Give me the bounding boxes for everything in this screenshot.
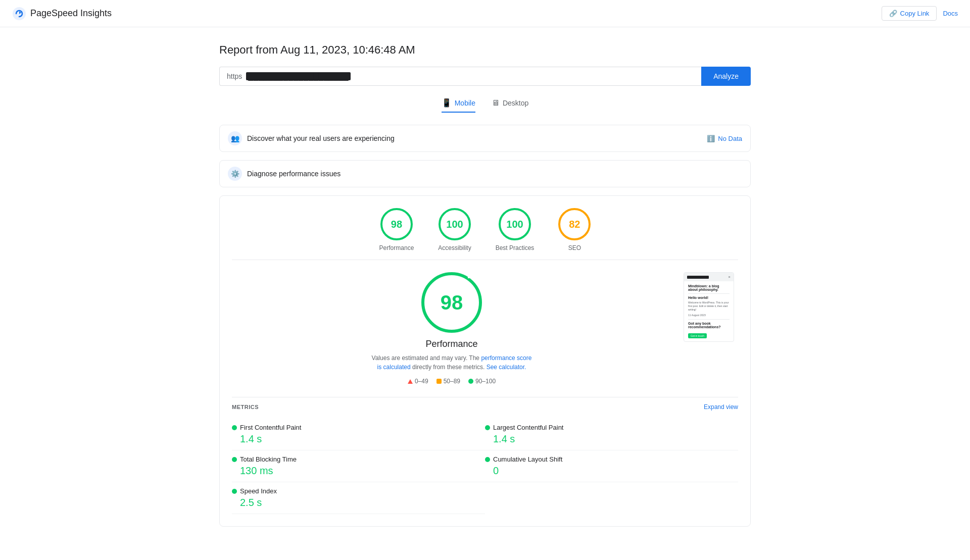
score-performance[interactable]: 98 Performance [379,208,414,251]
info-circle-icon: ℹ️ [707,135,715,142]
performance-label: Performance [379,244,414,251]
seo-circle: 82 [558,208,591,240]
diagnose-icon: ⚙️ [228,167,242,181]
metric-lcp: Largest Contentful Paint 1.4 s [485,419,738,450]
no-data-button[interactable]: ℹ️ No Data [707,135,742,142]
screenshot-hello: Hello world! [688,296,730,299]
metric-fcp: First Contentful Paint 1.4 s [232,419,485,450]
screenshot-book: Got any book recommendations? [688,322,730,329]
seo-label: SEO [568,244,581,251]
docs-link[interactable]: Docs [943,10,958,17]
legend-good-label: 90–100 [475,378,496,385]
discover-icon: 👥 [228,131,242,145]
screenshot-body-text: Welcome to WordPress. This is your first… [688,301,730,312]
metric-tbt-name: Total Blocking Time [232,455,485,463]
square-icon [437,379,442,384]
tab-mobile-label: Mobile [455,99,475,107]
copy-link-icon: 🔗 [889,10,897,17]
circle-icon [468,379,473,384]
pagespeed-logo [12,7,26,21]
accessibility-label: Accessibility [438,244,471,251]
legend-fail: 0–49 [408,378,428,385]
metric-cls-dot [485,457,490,462]
scores-card: 98 Performance 100 Accessibility 100 Bes… [219,195,751,527]
big-performance-circle: 98 [421,272,482,333]
perf-right: × Mindblown: a blog about philosophy. He… [684,272,734,342]
best-practices-label: Best Practices [496,244,535,251]
screenshot-date: 11 August 2023 [688,314,730,317]
metric-lcp-dot [485,425,490,430]
header-right: 🔗 Copy Link Docs [882,6,958,21]
metrics-section: METRICS Expand view First Contentful Pai… [220,397,750,526]
legend-fail-label: 0–49 [415,378,428,385]
device-tabs: 📱 Mobile 🖥 Desktop [219,98,751,113]
triangle-icon [408,379,413,384]
perf-left: 98 Performance Values are estimated and … [236,272,667,385]
header: PageSpeed Insights 🔗 Copy Link Docs [0,0,970,27]
desktop-icon: 🖥 [492,98,500,108]
screenshot-divider [688,293,730,294]
metric-cls-value: 0 [485,465,738,477]
performance-circle: 98 [380,208,413,240]
tab-desktop[interactable]: 🖥 Desktop [492,98,528,113]
diagnose-banner[interactable]: ⚙️ Diagnose performance issues [219,160,751,187]
perf-section: 98 Performance Values are estimated and … [220,260,750,397]
tab-mobile[interactable]: 📱 Mobile [442,98,475,113]
calc-link[interactable]: See calculator. [487,364,526,371]
screenshot-divider2 [688,319,730,320]
header-left: PageSpeed Insights [12,7,112,21]
tab-desktop-label: Desktop [503,99,528,107]
metric-cls: Cumulative Layout Shift 0 [485,450,738,482]
metrics-header: METRICS Expand view [232,397,738,417]
metric-si-dot [232,489,237,494]
screenshot-close: × [728,275,731,279]
score-seo[interactable]: 82 SEO [558,208,591,251]
metric-tbt-value: 130 ms [232,465,485,477]
scores-top: 98 Performance 100 Accessibility 100 Bes… [220,196,750,260]
score-accessibility[interactable]: 100 Accessibility [438,208,471,251]
screenshot-body: Mindblown: a blog about philosophy. Hell… [684,281,734,341]
metric-tbt-dot [232,457,237,462]
url-redacted: ████████████████████ [246,72,350,80]
analyze-button[interactable]: Analyze [701,67,751,86]
metric-fcp-name: First Contentful Paint [232,424,485,431]
diagnose-text: Diagnose performance issues [247,170,341,178]
page-screenshot: × Mindblown: a blog about philosophy. He… [684,272,734,342]
score-best-practices[interactable]: 100 Best Practices [496,208,535,251]
main-content: Report from Aug 11, 2023, 10:46:48 AM ht… [207,27,763,543]
screenshot-header: × [684,273,734,281]
metric-tbt: Total Blocking Time 130 ms [232,450,485,482]
metric-fcp-value: 1.4 s [232,433,485,445]
url-input-container[interactable]: https ████████████████████ [219,67,701,86]
metrics-grid: First Contentful Paint 1.4 s Largest Con… [232,419,738,514]
metric-si-name: Speed Index [232,487,485,495]
perf-note: Values are estimated and may vary. The p… [371,353,532,372]
expand-view-button[interactable]: Expand view [704,403,738,411]
legend-average: 50–89 [437,378,460,385]
legend-average-label: 50–89 [444,378,460,385]
best-practices-circle: 100 [499,208,531,240]
screenshot-cta: Get in touch [688,333,707,338]
metric-si: Speed Index 2.5 s [232,482,485,514]
url-prefix: https [227,72,242,80]
metric-lcp-name: Largest Contentful Paint [485,424,738,431]
accessibility-circle: 100 [439,208,471,240]
legend-good: 90–100 [468,378,496,385]
screenshot-blog-title: Mindblown: a blog about philosophy. [688,284,730,291]
metric-cls-name: Cumulative Layout Shift [485,455,738,463]
perf-title: Performance [425,339,477,349]
discover-banner: 👥 Discover what your real users are expe… [219,125,751,152]
app-title: PageSpeed Insights [30,8,112,19]
copy-link-button[interactable]: 🔗 Copy Link [882,6,937,21]
url-bar: https ████████████████████ Analyze [219,67,751,86]
metric-fcp-dot [232,425,237,430]
metric-lcp-value: 1.4 s [485,433,738,445]
screenshot-titlebar [687,276,709,279]
score-legend: 0–49 50–89 90–100 [408,378,496,385]
discover-text: Discover what your real users are experi… [247,134,395,142]
metrics-label: METRICS [232,404,259,410]
report-date: Report from Aug 11, 2023, 10:46:48 AM [219,43,751,57]
mobile-icon: 📱 [442,98,452,108]
metric-si-value: 2.5 s [232,497,485,508]
